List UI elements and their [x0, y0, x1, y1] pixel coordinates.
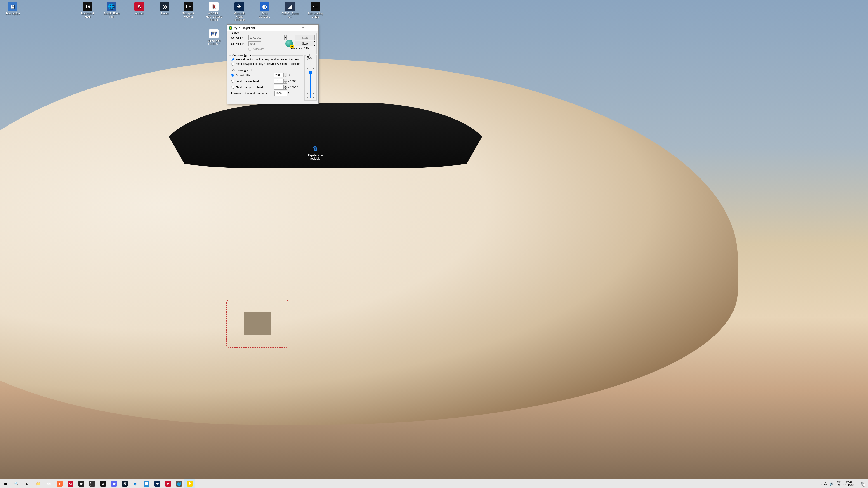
taskbar-item-start[interactable]: ⊞: [0, 479, 11, 488]
taskbar-item-app-g[interactable]: G: [65, 479, 76, 488]
taskbar-item-app-rgb[interactable]: ◆: [76, 479, 87, 488]
desktop-icon-action[interactable]: AAction!: [131, 2, 148, 15]
desktop-icon-label: Steam: [156, 12, 173, 15]
taskbar-item-photos[interactable]: 🖼: [141, 479, 152, 488]
altitude-sealevel-spin-up[interactable]: ▲: [284, 79, 287, 81]
desktop[interactable]: 🖥Este equipoGLogitech G HUB🌐Google Earth…: [0, 0, 868, 479]
viewpoint-mode-center-radio[interactable]: [231, 58, 234, 61]
taskbar-item-explorer[interactable]: 📁: [33, 479, 43, 488]
altitude-sealevel-unit: x 1000 ft: [288, 80, 301, 83]
altitude-aircraft-input[interactable]: [274, 73, 284, 77]
desktop-icon-transport-fever-2[interactable]: TFTransport Fever 2: [180, 2, 197, 19]
altitude-groundlevel-radio[interactable]: [231, 86, 234, 89]
altitude-aircraft-spin-down[interactable]: ▼: [284, 75, 287, 78]
altitude-sealevel-input[interactable]: [274, 79, 284, 84]
desktop-icon-label: Este equipo: [4, 12, 21, 15]
desktop-icon-este-equipo[interactable]: 🖥Este equipo: [4, 2, 21, 15]
server-port-input[interactable]: [248, 41, 261, 46]
minimize-button[interactable]: —: [287, 25, 298, 31]
logitech-icon: G: [100, 481, 106, 487]
altitude-groundlevel-spin-up[interactable]: ▲: [284, 85, 287, 88]
autostart-checkbox[interactable]: [248, 48, 251, 51]
altitude-min-label: Minimum altitude above ground:: [231, 92, 273, 95]
action-icon: A: [165, 481, 171, 487]
desktop-icon-label: Microsoft Flight Simulator: [230, 12, 248, 22]
start-button[interactable]: Start: [295, 35, 315, 40]
desktop-icon-a32nx-downlo[interactable]: ◢A32NX_Downlo...: [281, 2, 299, 19]
googleearth-icon: 🌐: [176, 481, 182, 487]
taskbar-item-logitech[interactable]: G: [98, 479, 108, 488]
taskbar-item-weather[interactable]: ⛈: [119, 479, 130, 488]
store-icon: 🛍: [46, 481, 52, 487]
app-icon: F7: [209, 29, 219, 38]
altitude-groundlevel-spin-down[interactable]: ▼: [284, 88, 287, 90]
altitude-sealevel-radio[interactable]: [231, 80, 234, 83]
taskbar-item-firefox[interactable]: ●: [54, 479, 65, 488]
app-icon: TF: [184, 2, 193, 11]
desktop-icon-label: kACARS - Free - Acceso directo: [205, 12, 222, 22]
taskbar-item-action[interactable]: A: [163, 479, 174, 488]
tray-network-icon[interactable]: 🖧: [824, 482, 827, 486]
server-ip-input[interactable]: [248, 35, 284, 40]
desktop-icon-logitech-g-hub[interactable]: GLogitech G HUB: [79, 2, 96, 19]
tilt-slider[interactable]: [309, 59, 313, 98]
tray-volume-icon[interactable]: 🔊: [830, 482, 833, 486]
tilt-ticks-right: ----------: [313, 59, 314, 98]
weather-icon: ⛈: [122, 481, 128, 487]
taskbar-item-msfs[interactable]: ✈: [152, 479, 163, 488]
altitude-min-input[interactable]: [274, 91, 287, 96]
altitude-groundlevel-input[interactable]: [274, 85, 284, 90]
desktop-icon-steam[interactable]: ◎Steam: [156, 2, 173, 15]
desktop-icon-google-earth-pro[interactable]: 🌐Google Earth Pro: [103, 2, 120, 19]
app-icon: k: [209, 2, 219, 11]
taskbar-item-googleearth[interactable]: 🌐: [174, 479, 184, 488]
app-g-icon: G: [68, 481, 73, 487]
taskbar-item-myfsge[interactable]: ✈: [184, 479, 195, 488]
altitude-aircraft-radio[interactable]: [231, 74, 234, 76]
taskbar-item-search[interactable]: 🔍: [11, 479, 22, 488]
server-legend: Server: [231, 31, 240, 34]
taskbar-item-discord[interactable]: ◉: [108, 479, 119, 488]
viewpoint-altitude-groupbox: Viewpoint Altitude Aircraft altitude: ▲ …: [229, 70, 303, 99]
altitude-aircraft-spin-up[interactable]: ▲: [284, 73, 287, 75]
maximize-button[interactable]: ▢: [298, 25, 308, 31]
desktop-icon-label: Logitech G HUB: [79, 12, 96, 19]
tray-clock[interactable]: 22:41 07/11/2020: [843, 481, 855, 486]
requests-readout: Requests: 270: [291, 47, 315, 50]
tray-language[interactable]: ESP ES: [836, 481, 841, 486]
app-rgb-icon: ◆: [79, 481, 84, 487]
stop-button[interactable]: Stop: [295, 41, 315, 46]
viewpoint-mode-center-label: Keep aircraft's position on ground in ce…: [236, 58, 299, 61]
desktop-icon-self-loading-cargo[interactable]: SLCSelf-Loading Cargo: [307, 2, 324, 19]
globe-icon: [285, 40, 293, 47]
taskbar-item-app-grid[interactable]: ⋮⋮: [87, 479, 98, 488]
titlebar[interactable]: MyFsGoogleEarth — ▢ ✕: [227, 25, 318, 31]
taskbar-item-store[interactable]: 🛍: [43, 479, 54, 488]
tray-notifications[interactable]: 💬 2: [858, 479, 867, 488]
altitude-groundlevel-label: Fix above ground level:: [236, 86, 273, 89]
desktop-icon-label: Self-Loading Cargo: [307, 12, 324, 19]
viewpoint-mode-groupbox: Viewpoint Mode Keep aircraft's position …: [229, 55, 303, 69]
desktop-icon-kacars-free-acceso-directo[interactable]: kkACARS - Free - Acceso directo: [205, 2, 222, 22]
taskbar-item-taskview[interactable]: ⧉: [22, 479, 33, 488]
desktop-icon-label: Transport Fever 2: [180, 12, 197, 19]
discord-icon: ◉: [111, 481, 117, 487]
viewpoint-altitude-legend: Viewpoint Altitude: [231, 69, 254, 72]
tray-chevron-up-icon[interactable]: ︿: [819, 482, 822, 486]
close-button[interactable]: ✕: [308, 25, 318, 31]
desktop-icon-microsoft-flight-simulator[interactable]: ✈Microsoft Flight Simulator: [230, 2, 248, 22]
viewpoint-mode-above-radio[interactable]: [231, 63, 234, 66]
altitude-sealevel-spin-down[interactable]: ▼: [284, 81, 287, 84]
msfs-icon: ✈: [154, 481, 160, 487]
altitude-aircraft-unit: %: [288, 74, 301, 77]
desktop-icon-msfs-with-fsuipc7[interactable]: F7MSFS with FSUIPC7: [205, 29, 222, 46]
desktop-icon-label: Google Earth Pro: [103, 12, 120, 19]
desktop-icon-papelera-de-reciclaje[interactable]: 🗑Papelera de reciclaje: [307, 144, 324, 160]
tilt-groupbox: Tilt (60) ---------- ----------: [305, 55, 317, 101]
app-icon: SLC: [311, 2, 320, 11]
desktop-icon-orbx-central[interactable]: ◐Orbx Central...: [256, 2, 273, 19]
taskbar-item-edge[interactable]: ◎: [130, 479, 141, 488]
app-icon: ✈: [235, 2, 244, 11]
app-icon: G: [83, 2, 92, 11]
edge-icon: ◎: [133, 481, 138, 487]
